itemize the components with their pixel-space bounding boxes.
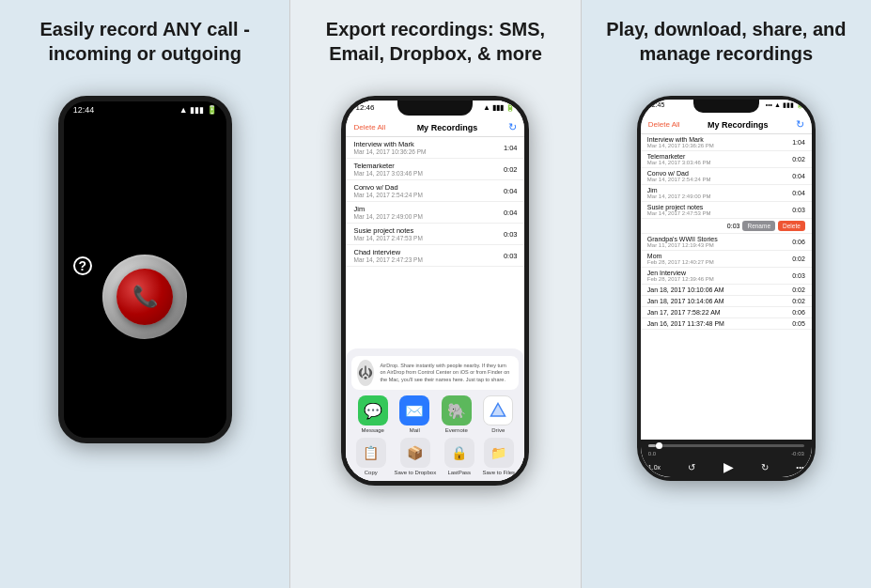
player-progress[interactable] (648, 444, 804, 447)
message-icon: 💬 (358, 395, 388, 426)
recordings-list-2: Interview with MarkMar 14, 2017 10:36:26… (346, 137, 524, 267)
rename-button[interactable]: Rename (742, 221, 775, 231)
help-icon[interactable]: ? (73, 256, 92, 275)
player-thumb (656, 442, 662, 449)
svg-point-0 (365, 377, 367, 379)
panel2-title: Export recordings: SMS, Email, Dropbox, … (302, 17, 568, 83)
phone-1-status-bar: 12:44 ▲ ▮▮▮ 🔋 (64, 101, 226, 118)
recordings-header-3: Delete All My Recordings ↻ (641, 116, 812, 134)
player-controls: 1.0x ↺ ▶ ↻ ••• (648, 459, 804, 474)
phone-3-signal: ••• ▲ ▮▮▮ 🔋 (766, 101, 804, 116)
rename-delete-row: 0:03 Rename Delete (641, 219, 812, 234)
play-button[interactable]: ▶ (723, 459, 734, 474)
files-icon: 📁 (484, 438, 514, 468)
share-dropbox[interactable]: 📦 Save to Dropbox (394, 438, 436, 475)
record-button[interactable]: 📞 (102, 255, 187, 339)
svg-marker-2 (491, 404, 505, 417)
drive-icon (483, 395, 513, 426)
recording-item[interactable]: Jan 17, 2017 7:58:22 AM 0:06 (641, 307, 812, 318)
phone-icon: 📞 (132, 285, 158, 309)
share-lastpass[interactable]: 🔒 LastPass (444, 438, 474, 475)
player-start-time: 0.0 (648, 451, 656, 456)
phone-2-frame: 12:46 ▲ ▮▮▮ 🔋 Delete All My Recordings ↻… (341, 96, 529, 486)
phone-1-frame: 12:44 ▲ ▮▮▮ 🔋 ? 📞 (58, 96, 232, 443)
panel-export: Export recordings: SMS, Email, Dropbox, … (289, 0, 581, 588)
recording-item[interactable]: Chad interviewMar 14, 2017 2:47:23 PM 0:… (346, 245, 524, 267)
delete-all-btn-2[interactable]: Delete All (353, 123, 385, 132)
recording-item[interactable]: MomFeb 28, 2017 12:40:27 PM 0:02 (641, 251, 812, 268)
recording-item[interactable]: Susie project notesMar 14, 2017 2:47:53 … (641, 202, 812, 219)
recordings-list-3-bottom: Grandpa's WWII StoriesMar 11, 2017 12:19… (641, 234, 812, 330)
share-copy[interactable]: 📋 Copy (356, 438, 386, 475)
recording-item[interactable]: Grandpa's WWII StoriesMar 11, 2017 12:19… (641, 234, 812, 251)
phone-3-screen: 12:45 ••• ▲ ▮▮▮ 🔋 Delete All My Recordin… (641, 100, 812, 477)
recording-item[interactable]: TelemarketerMar 14, 2017 3:03:46 PM 0:02 (641, 151, 812, 168)
phone-1-screen: 12:44 ▲ ▮▮▮ 🔋 ? 📞 (64, 101, 226, 438)
phone-3-frame: 12:45 ••• ▲ ▮▮▮ 🔋 Delete All My Recordin… (637, 96, 816, 481)
phone-3-time: 12:45 (648, 101, 665, 116)
speed-button[interactable]: 1.0x (648, 464, 661, 471)
phone-2-screen: 12:46 ▲ ▮▮▮ 🔋 Delete All My Recordings ↻… (346, 101, 524, 481)
delete-all-btn-3[interactable]: Delete All (648, 120, 680, 129)
share-app-drive[interactable]: Drive (483, 395, 513, 433)
panel1-title: Easily record ANY call - incoming or out… (11, 17, 278, 83)
recording-item[interactable]: Jan 18, 2017 10:10:06 AM 0:02 (641, 285, 812, 296)
panel3-title: Play, download, share, and manage record… (593, 17, 860, 83)
dropbox-icon: 📦 (400, 438, 430, 468)
share-app-message[interactable]: 💬 Message (358, 395, 388, 433)
row-time: 0:03 (727, 223, 740, 229)
recording-item[interactable]: Convo w/ DadMar 14, 2017 2:54:24 PM 0:04 (346, 180, 524, 202)
delete-button[interactable]: Delete (778, 221, 805, 231)
mail-icon: ✉️ (399, 395, 429, 426)
recording-item[interactable]: Jen InterviewFeb 28, 2017 12:39:46 PM 0:… (641, 268, 812, 285)
recording-item[interactable]: Susie project notesMar 14, 2017 2:47:53 … (346, 224, 524, 245)
player-progress-fill (648, 444, 656, 447)
share-row-1: 💬 Message ✉️ Mail 🐘 Evernote (351, 395, 519, 433)
share-sheet: AirDrop. Share instantly with people nea… (346, 348, 524, 481)
recording-item[interactable]: Interview with MarkMar 14, 2017 10:36:26… (346, 137, 524, 159)
refresh-btn-2[interactable]: ↻ (508, 121, 517, 133)
phone-2-signal: ▲ ▮▮▮ 🔋 (483, 103, 515, 119)
panel-record: Easily record ANY call - incoming or out… (0, 0, 289, 588)
lastpass-icon: 🔒 (444, 438, 474, 468)
recording-item[interactable]: Jan 18, 2017 10:14:06 AM 0:02 (641, 296, 812, 307)
refresh-btn-3[interactable]: ↻ (796, 118, 804, 131)
my-recordings-title-2: My Recordings (417, 123, 478, 132)
my-recordings-title-3: My Recordings (708, 120, 769, 130)
share-app-evernote[interactable]: 🐘 Evernote (442, 395, 472, 433)
player-bar: 0.0 -0:03 1.0x ↺ ▶ ↻ ••• (641, 440, 812, 477)
rewind-button[interactable]: ↺ (688, 462, 695, 472)
share-files[interactable]: 📁 Save to Files (482, 438, 515, 475)
share-row-2: 📋 Copy 📦 Save to Dropbox 🔒 LastPass 📁 Sa… (351, 438, 519, 475)
recordings-list-3-top: Interview with MarkMar 14, 2017 10:36:26… (641, 134, 812, 219)
phone-2-notch (397, 101, 473, 116)
phone-2-time: 12:46 (355, 103, 374, 119)
phone-1-time: 12:44 (73, 105, 95, 115)
recording-item[interactable]: JimMar 14, 2017 2:49:00 PM 0:04 (346, 202, 524, 224)
copy-icon: 📋 (356, 438, 386, 468)
panel-manage: Play, download, share, and manage record… (582, 0, 871, 588)
record-area: ? 📞 (64, 118, 226, 438)
share-app-mail[interactable]: ✉️ Mail (399, 395, 429, 433)
forward-button[interactable]: ↻ (761, 462, 769, 472)
recording-item[interactable]: TelemarketerMar 14, 2017 3:03:46 PM 0:02 (346, 159, 524, 180)
recording-item[interactable]: JimMar 14, 2017 2:49:00 PM 0:04 (641, 185, 812, 202)
player-end-time: -0:03 (791, 451, 804, 456)
evernote-icon: 🐘 (442, 395, 472, 426)
phone-1-signal: ▲ ▮▮▮ 🔋 (179, 105, 217, 115)
recording-item[interactable]: Jan 16, 2017 11:37:48 PM 0:05 (641, 318, 812, 330)
airdrop-icon (357, 360, 374, 386)
phone-3-notch (693, 100, 759, 113)
recording-item[interactable]: Interview with MarkMar 14, 2017 10:36:26… (641, 134, 812, 151)
more-button[interactable]: ••• (796, 463, 803, 472)
airdrop-text: AirDrop. Share instantly with people nea… (380, 363, 513, 382)
player-times: 0.0 -0:03 (648, 451, 804, 456)
recordings-header-2: Delete All My Recordings ↻ (346, 119, 524, 137)
airdrop-row: AirDrop. Share instantly with people nea… (351, 356, 519, 390)
recording-item[interactable]: Convo w/ DadMar 14, 2017 2:54:24 PM 0:04 (641, 168, 812, 185)
